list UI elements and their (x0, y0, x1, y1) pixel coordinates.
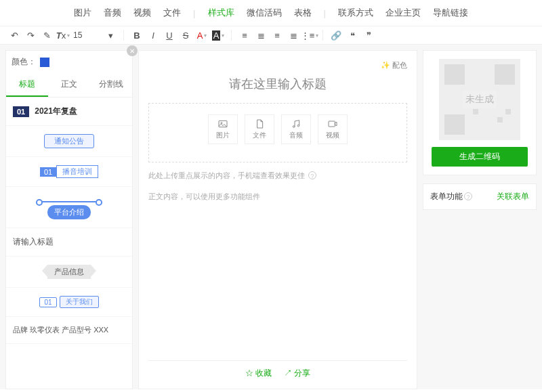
underline-icon[interactable]: U (163, 29, 175, 41)
style-text: 产品信息 (47, 265, 91, 279)
close-sidebar-icon[interactable]: ✕ (127, 45, 138, 56)
form-label: 表单功能? (430, 191, 472, 202)
qr-status-text: 未生成 (463, 91, 497, 108)
style-item[interactable]: 012021年复盘 (6, 97, 132, 126)
svg-rect-6 (444, 64, 465, 85)
color-label: 颜色： (12, 56, 36, 68)
style-text: 品牌 玖零仪表 产品型号 XXX (13, 325, 125, 335)
strike-icon[interactable]: S (180, 29, 192, 41)
insert-box: 图片 文件 音频 视频 (148, 103, 407, 162)
style-text: 播音培训 (56, 165, 98, 178)
style-num: 01 (13, 106, 29, 117)
style-list: 012021年复盘 通知公告 01播音培训 平台介绍 请输入标题 产品信息 01… (6, 97, 132, 388)
svg-rect-14 (505, 109, 511, 114)
style-text: 平台介绍 (47, 205, 91, 219)
bold-icon[interactable]: B (131, 29, 143, 41)
qr-placeholder: 未生成 (439, 59, 520, 140)
insert-note: 此处上传重点展示的内容，手机端查看效果更佳 ? (148, 171, 407, 181)
insert-image-button[interactable]: 图片 (208, 114, 238, 144)
menu-contact[interactable]: 联系方式 (338, 7, 373, 19)
font-color-icon[interactable]: A (196, 29, 208, 41)
font-size-dropdown-icon[interactable]: ▾ (104, 29, 117, 41)
bg-color-icon[interactable]: A (212, 29, 224, 41)
sidebar-tabs: 标题 正文 分割线 (6, 73, 132, 97)
undo-icon[interactable]: ↶ (8, 29, 20, 41)
generate-qr-button[interactable]: 生成二维码 (432, 147, 528, 167)
insert-file-button[interactable]: 文件 (245, 114, 274, 144)
list-icon[interactable]: ⋮≡ (304, 29, 316, 41)
help-icon[interactable]: ? (308, 171, 316, 179)
style-sidebar: ✕ 颜色： 标题 正文 分割线 012021年复盘 通知公告 01播音培训 平台… (5, 50, 133, 389)
style-item[interactable]: 产品信息 (6, 257, 132, 288)
align-right-icon[interactable]: ≡ (271, 29, 283, 41)
qr-panel: 未生成 生成二维码 (423, 50, 537, 175)
help-icon[interactable]: ? (464, 192, 472, 200)
menu-table[interactable]: 表格 (294, 7, 312, 19)
svg-point-3 (297, 125, 299, 127)
menu-navlink[interactable]: 导航链接 (433, 7, 468, 19)
tab-title[interactable]: 标题 (6, 73, 48, 97)
style-text: 2021年复盘 (35, 106, 77, 117)
menu-video[interactable]: 视频 (133, 7, 151, 19)
align-left-icon[interactable]: ≡ (238, 29, 251, 41)
body-placeholder[interactable]: 正文内容，可以使用更多功能组件 (148, 192, 407, 360)
menu-wechat-code[interactable]: 微信活码 (247, 7, 282, 19)
style-item[interactable]: 品牌 玖零仪表 产品型号 XXX (6, 317, 132, 344)
color-swatch[interactable] (40, 58, 49, 67)
separator: | (324, 8, 326, 18)
redo-icon[interactable]: ↷ (24, 29, 37, 41)
color-row: 颜色： (6, 51, 132, 73)
svg-point-2 (293, 126, 295, 128)
color-match-button[interactable]: ✨ 配色 (381, 61, 407, 69)
svg-rect-8 (444, 114, 465, 135)
title-placeholder[interactable]: 请在这里输入标题 (148, 76, 407, 92)
align-center-icon[interactable]: ≣ (255, 29, 267, 41)
italic-icon[interactable]: I (147, 29, 159, 41)
font-size-input[interactable] (73, 30, 100, 40)
style-num: 01 (39, 297, 56, 307)
svg-rect-13 (497, 117, 503, 123)
style-text: 关于我们 (60, 296, 99, 308)
style-num: 01 (40, 167, 56, 177)
format-brush-icon[interactable]: ✎ (41, 29, 53, 41)
main-area: ✕ 颜色： 标题 正文 分割线 012021年复盘 通知公告 01播音培训 平台… (0, 45, 542, 389)
style-item[interactable]: 平台介绍 (6, 187, 132, 228)
code-icon[interactable]: ❝ (346, 29, 358, 41)
style-item[interactable]: 01播音培训 (6, 157, 132, 187)
style-text: 请输入标题 (13, 236, 125, 248)
clear-format-icon[interactable]: Tx (57, 29, 69, 41)
style-item[interactable]: 通知公告 (6, 126, 132, 157)
link-form-button[interactable]: 关联表单 (497, 191, 529, 202)
svg-rect-4 (329, 121, 335, 127)
align-justify-icon[interactable]: ≣ (287, 29, 299, 41)
separator: | (193, 8, 195, 18)
menu-homepage[interactable]: 企业主页 (385, 7, 421, 19)
favorite-button[interactable]: ☆ 收藏 (245, 368, 272, 379)
editor-canvas: ✨ 配色 请在这里输入标题 图片 文件 音频 视频 此处上传重点展示的内容，手机… (138, 50, 417, 389)
style-item[interactable]: 01关于我们 (6, 288, 132, 317)
menu-audio[interactable]: 音频 (104, 7, 121, 19)
editor-footer: ☆ 收藏 ↗ 分享 (148, 360, 407, 379)
menu-style-lib[interactable]: 样式库 (208, 7, 234, 19)
form-panel: 表单功能? 关联表单 (423, 183, 537, 210)
menu-file[interactable]: 文件 (163, 7, 181, 19)
right-panel: 未生成 生成二维码 表单功能? 关联表单 (423, 50, 537, 389)
tab-divider[interactable]: 分割线 (90, 73, 132, 97)
format-toolbar: ↶ ↷ ✎ Tx ▾ B I U S A A ≡ ≣ ≡ ≣ ⋮≡ 🔗 ❝ ❞ (0, 26, 542, 45)
style-text: 通知公告 (44, 134, 94, 148)
quote-icon[interactable]: ❞ (362, 29, 375, 41)
svg-rect-12 (473, 109, 478, 114)
share-button[interactable]: ↗ 分享 (284, 368, 310, 379)
menu-image[interactable]: 图片 (74, 7, 91, 19)
top-menu: 图片 音频 视频 文件 | 样式库 微信活码 表格 | 联系方式 企业主页 导航… (0, 0, 542, 26)
insert-video-button[interactable]: 视频 (318, 114, 348, 144)
style-item[interactable]: 请输入标题 (6, 228, 132, 257)
link-icon[interactable]: 🔗 (330, 29, 342, 41)
insert-audio-button[interactable]: 音频 (281, 114, 311, 144)
svg-rect-7 (495, 64, 515, 85)
tab-body[interactable]: 正文 (48, 73, 90, 97)
